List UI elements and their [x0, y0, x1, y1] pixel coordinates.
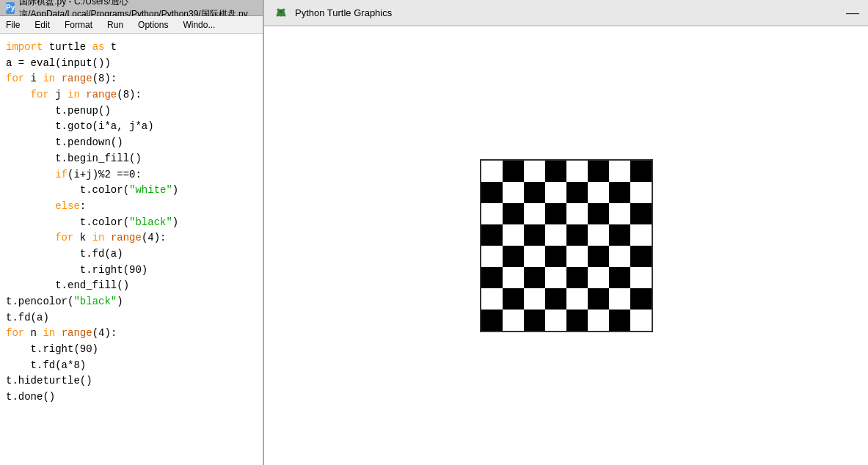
- code-area[interactable]: import turtle as t a = eval(input()) for…: [0, 34, 263, 465]
- chess-cell: [524, 161, 545, 182]
- chess-cell: [566, 310, 588, 331]
- chess-cell: [481, 203, 503, 224]
- svg-point-4: [277, 14, 280, 17]
- code-editor: Py 国际棋盘.py - C:/Users/透心凉/AppData/Local/…: [0, 0, 264, 465]
- chess-cell: [524, 203, 545, 224]
- chess-cell: [481, 246, 503, 267]
- turtle-window-title: Python Turtle Graphics: [295, 7, 392, 18]
- chess-cell: [588, 161, 609, 182]
- chess-cell: [545, 288, 566, 310]
- turtle-icon: [273, 4, 289, 21]
- chess-cell: [566, 161, 588, 182]
- chess-cell: [524, 246, 545, 267]
- code-line-9: if(i+j)%2 ==0:: [6, 167, 257, 183]
- chess-cell: [609, 182, 630, 203]
- chess-cell: [630, 267, 652, 288]
- code-line-10: t.color("white"): [6, 183, 257, 199]
- code-line-19: for n in range(4):: [6, 326, 257, 342]
- code-line-13: for k in range(4):: [6, 230, 257, 246]
- chess-cell: [588, 246, 609, 267]
- chess-cell: [588, 224, 609, 246]
- chess-cell: [545, 246, 566, 267]
- chess-cell: [609, 224, 630, 246]
- editor-titlebar: Py 国际棋盘.py - C:/Users/透心凉/AppData/Local/…: [0, 0, 263, 16]
- chess-cell: [481, 224, 503, 246]
- svg-point-2: [277, 9, 280, 12]
- chess-cell: [524, 182, 545, 203]
- checkerboard: [480, 159, 653, 332]
- chess-cell: [545, 310, 566, 331]
- chess-cell: [609, 310, 630, 331]
- chess-cell: [545, 267, 566, 288]
- svg-point-3: [282, 9, 285, 12]
- turtle-canvas: [264, 26, 868, 465]
- chess-cell: [566, 224, 588, 246]
- chess-cell: [545, 161, 566, 182]
- code-line-6: t.goto(i*a, j*a): [6, 119, 257, 135]
- chess-cell: [503, 310, 524, 331]
- turtle-titlebar: Python Turtle Graphics —: [264, 0, 868, 26]
- code-line-20: t.right(90): [6, 342, 257, 358]
- code-line-22: t.hideturtle(): [6, 373, 257, 389]
- chess-cell: [524, 267, 545, 288]
- chess-cell: [503, 246, 524, 267]
- code-line-16: t.end_fill(): [6, 278, 257, 294]
- chess-cell: [630, 288, 652, 310]
- chess-cell: [503, 267, 524, 288]
- chess-cell: [503, 288, 524, 310]
- chess-cell: [524, 310, 545, 331]
- chess-cell: [481, 182, 503, 203]
- chess-cell: [609, 267, 630, 288]
- chess-cell: [524, 224, 545, 246]
- chess-cell: [566, 267, 588, 288]
- menu-run[interactable]: Run: [104, 18, 126, 32]
- svg-point-5: [283, 14, 286, 17]
- chess-cell: [503, 182, 524, 203]
- chess-cell: [481, 161, 503, 182]
- chess-cell: [630, 161, 652, 182]
- code-line-3: for i in range(8):: [6, 71, 257, 87]
- menu-format[interactable]: Format: [62, 18, 95, 32]
- chess-cell: [566, 288, 588, 310]
- minimize-button[interactable]: —: [846, 6, 859, 19]
- code-line-4: for j in range(8):: [6, 87, 257, 103]
- chess-cell: [630, 310, 652, 331]
- code-line-15: t.right(90): [6, 263, 257, 279]
- chess-cell: [481, 288, 503, 310]
- code-line-8: t.begin_fill(): [6, 151, 257, 167]
- chess-cell: [588, 182, 609, 203]
- chess-cell: [609, 203, 630, 224]
- chess-cell: [481, 267, 503, 288]
- chess-cell: [609, 246, 630, 267]
- code-line-5: t.penup(): [6, 103, 257, 120]
- chess-cell: [588, 310, 609, 331]
- menu-options[interactable]: Options: [135, 18, 171, 32]
- turtle-window: Python Turtle Graphics —: [264, 0, 868, 465]
- code-line-2: a = eval(input()): [6, 56, 257, 72]
- chess-cell: [630, 246, 652, 267]
- chess-cell: [609, 288, 630, 310]
- code-line-11: else:: [6, 199, 257, 215]
- chess-cell: [503, 203, 524, 224]
- menu-edit[interactable]: Edit: [32, 18, 53, 32]
- code-line-12: t.color("black"): [6, 215, 257, 231]
- code-line-14: t.fd(a): [6, 246, 257, 263]
- code-line-17: t.pencolor("black"): [6, 294, 257, 310]
- chess-cell: [566, 182, 588, 203]
- chess-cell: [609, 161, 630, 182]
- turtle-title-left: Python Turtle Graphics: [273, 4, 392, 21]
- code-line-18: t.fd(a): [6, 310, 257, 326]
- menu-window[interactable]: Windo...: [180, 18, 218, 32]
- chess-cell: [545, 182, 566, 203]
- chess-cell: [524, 288, 545, 310]
- chess-cell: [588, 267, 609, 288]
- chess-cell: [545, 224, 566, 246]
- code-line-1: import turtle as t: [6, 40, 257, 56]
- chess-cell: [566, 203, 588, 224]
- code-line-23: t.done(): [6, 389, 257, 406]
- menu-file[interactable]: File: [3, 18, 23, 32]
- chess-cell: [566, 246, 588, 267]
- chess-cell: [481, 310, 503, 331]
- chess-cell: [545, 203, 566, 224]
- python-icon: Py: [6, 2, 15, 14]
